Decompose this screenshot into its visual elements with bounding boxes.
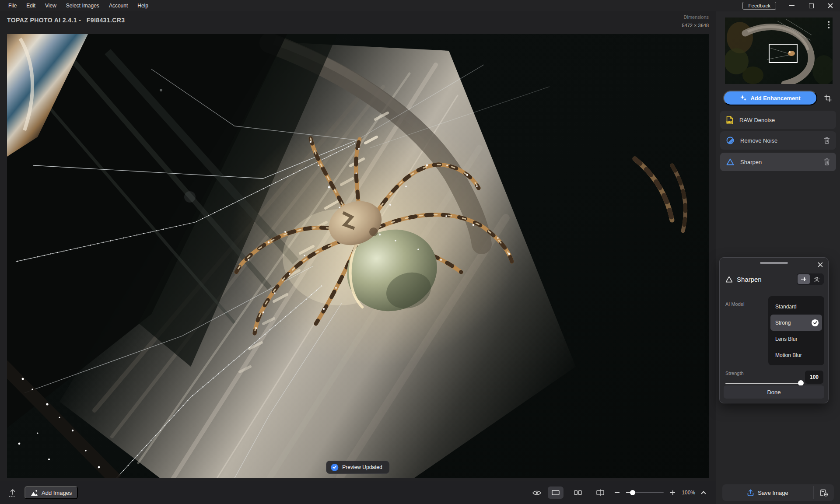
menu-file[interactable]: File: [4, 0, 21, 11]
navigator-thumbnail[interactable]: [725, 18, 833, 84]
strength-slider[interactable]: [725, 383, 801, 384]
add-images-button[interactable]: Add Images: [24, 486, 78, 499]
view-single-button[interactable]: [548, 486, 564, 499]
minimize-button[interactable]: [782, 0, 802, 11]
trash-icon[interactable]: [824, 158, 830, 165]
chevron-up-icon[interactable]: [701, 491, 706, 496]
sharpen-settings-panel: Sharpen: [719, 257, 829, 403]
ai-model-label: AI Model: [725, 301, 744, 307]
side-by-side-view-icon: [574, 490, 582, 495]
check-circle-icon: [331, 464, 338, 471]
zoom-slider[interactable]: [626, 492, 664, 493]
view-side-by-side-button[interactable]: [570, 486, 586, 499]
enhancement-sharpen[interactable]: Sharpen: [720, 153, 836, 171]
bottom-toolbar: Add Images: [0, 481, 840, 504]
crop-icon: [824, 94, 832, 102]
thumbnail-more-menu-icon[interactable]: [828, 21, 830, 28]
right-sidebar: Add Enhancement RAW Denoise: [716, 11, 840, 481]
crop-button[interactable]: [819, 91, 836, 105]
export-button[interactable]: [9, 489, 17, 497]
panel-title: Sharpen: [737, 276, 793, 283]
menu-select-images[interactable]: Select Images: [61, 0, 104, 11]
main-canvas-area: TOPAZ PHOTO AI 2.4.1 - _F9I8431.CR3 Dime…: [0, 11, 716, 481]
strength-value[interactable]: 100: [805, 371, 823, 384]
enhancement-label: RAW Denoise: [739, 117, 830, 123]
slider-tune-icon: [801, 277, 807, 281]
model-option-label: Strong: [775, 320, 791, 326]
single-view-icon: [552, 490, 560, 495]
photo-preview-canvas[interactable]: Preview Updated: [7, 34, 709, 478]
dimensions-label: Dimensions: [682, 13, 709, 21]
sharpen-icon: [726, 158, 734, 165]
image-icon: [31, 490, 38, 496]
feedback-button[interactable]: Feedback: [742, 2, 776, 10]
enhancement-remove-noise[interactable]: Remove Noise: [720, 131, 836, 150]
trash-icon[interactable]: [824, 137, 830, 144]
topaz-photo-ai-window: File Edit View Select Images Account Hel…: [0, 0, 840, 504]
zoom-slider-knob[interactable]: [630, 490, 635, 495]
model-option-motion-blur[interactable]: Motion Blur: [770, 347, 822, 363]
sharpen-icon: [725, 276, 733, 283]
enhancement-label: Remove Noise: [740, 137, 818, 144]
enhancement-raw-denoise[interactable]: RAW Denoise: [720, 111, 836, 129]
model-option-label: Lens Blur: [775, 336, 798, 342]
split-view-icon: [596, 489, 604, 496]
ai-model-list: Standard Strong Lens Blur Motion Blur: [768, 296, 824, 365]
autopilot-toggle[interactable]: [811, 274, 823, 284]
navigator-viewport-box[interactable]: [769, 44, 798, 63]
add-enhancement-label: Add Enhancement: [750, 95, 800, 102]
menu-view[interactable]: View: [40, 0, 61, 11]
model-option-standard[interactable]: Standard: [770, 298, 822, 315]
close-button[interactable]: [821, 0, 840, 11]
save-upload-icon: [747, 489, 754, 496]
selected-check-icon: [812, 319, 819, 326]
menu-account[interactable]: Account: [104, 0, 133, 11]
model-option-strong[interactable]: Strong: [770, 315, 822, 331]
zoom-in-button[interactable]: [670, 490, 675, 495]
save-image-button[interactable]: Save Image: [722, 484, 813, 501]
done-button[interactable]: Done: [724, 385, 824, 399]
view-split-button[interactable]: [592, 486, 608, 499]
model-option-lens-blur[interactable]: Lens Blur: [770, 331, 822, 347]
save-settings-button[interactable]: [814, 484, 834, 501]
panel-mode-toggle: [797, 273, 824, 285]
add-enhancement-button[interactable]: Add Enhancement: [723, 91, 817, 105]
export-upload-icon: [9, 489, 17, 497]
menu-help[interactable]: Help: [133, 0, 153, 11]
autopilot-person-icon: [814, 276, 820, 282]
enhancement-label: Sharpen: [740, 159, 818, 165]
image-dimensions: Dimensions 5472 × 3648: [682, 13, 709, 29]
minimize-icon: [789, 5, 794, 6]
toast-label: Preview Updated: [342, 464, 382, 470]
menu-edit[interactable]: Edit: [21, 0, 40, 11]
zoom-out-button[interactable]: [615, 492, 620, 493]
dimensions-value: 5472 × 3648: [682, 21, 709, 30]
panel-close-icon[interactable]: [816, 260, 825, 269]
model-option-label: Motion Blur: [775, 352, 802, 358]
maximize-icon: [809, 4, 814, 8]
remove-noise-icon: [726, 136, 734, 144]
save-image-group: Save Image: [722, 484, 834, 501]
preview-updated-toast: Preview Updated: [326, 461, 389, 474]
zoom-percentage[interactable]: 100%: [682, 490, 695, 496]
menu-bar: File Edit View Select Images Account Hel…: [0, 0, 840, 11]
preview-eye-icon[interactable]: [532, 490, 541, 496]
maximize-button[interactable]: [802, 0, 821, 11]
model-option-label: Standard: [775, 304, 797, 310]
raw-file-icon: [726, 116, 733, 124]
save-settings-icon: [820, 489, 828, 497]
sparkles-icon: [740, 94, 747, 102]
manual-settings-toggle[interactable]: [798, 274, 810, 284]
close-icon: [827, 3, 833, 9]
add-images-label: Add Images: [42, 490, 72, 496]
strength-label: Strength: [725, 371, 744, 376]
page-title: TOPAZ PHOTO AI 2.4.1 - _F9I8431.CR3: [7, 17, 125, 24]
save-image-label: Save Image: [758, 490, 788, 496]
spider-photo: [7, 34, 709, 478]
panel-drag-handle[interactable]: [760, 262, 788, 264]
